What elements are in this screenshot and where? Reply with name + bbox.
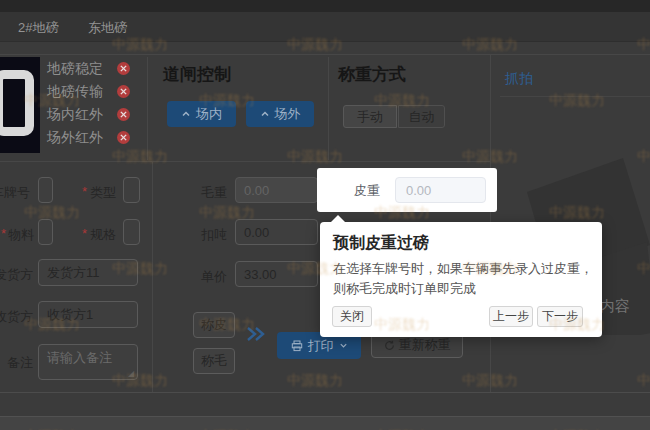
print-label: 打印 (308, 337, 334, 355)
chevron-up-icon (260, 109, 270, 119)
footer-strip (0, 416, 650, 430)
divider (152, 161, 153, 392)
error-circle-icon (117, 85, 130, 98)
plate-input[interactable] (38, 177, 53, 203)
gate-control-title: 道闸控制 (163, 63, 231, 86)
tour-description: 在选择车牌号时，如果车辆事先录入过皮重，则称毛完成时订单即完成 (333, 259, 593, 299)
error-circle-icon (117, 131, 130, 144)
status-label: 地磅稳定 (47, 60, 103, 76)
divider (328, 57, 329, 160)
spec-select[interactable] (123, 219, 140, 245)
printer-icon (291, 340, 303, 352)
error-circle-icon (117, 108, 130, 121)
required-mark: * (1, 226, 6, 241)
tare-input[interactable] (395, 177, 486, 203)
status-label: 场内红外 (47, 106, 103, 122)
type-select[interactable] (123, 177, 140, 203)
weigh-tare-button[interactable]: 称皮 (193, 312, 235, 338)
caret-down-icon (339, 341, 348, 350)
refresh-icon (384, 340, 395, 351)
textarea-resize-handle[interactable]: ◢ (128, 369, 134, 378)
status-row-stable: 地磅稳定 (47, 59, 103, 79)
tab-scale-east[interactable]: 东地磅 (88, 19, 127, 37)
tare-label: 皮重 (354, 182, 380, 200)
divider (147, 57, 148, 160)
status-row-infrared-in: 场内红外 (47, 105, 103, 125)
tour-highlight-tare-field: 皮重 (317, 168, 497, 212)
status-label: 场外红外 (47, 129, 103, 145)
gross-weight-label: 毛重 (201, 184, 227, 202)
divider (0, 54, 650, 55)
unit-price-label: 单价 (201, 268, 227, 286)
receiver-label: 收货方 (0, 308, 33, 326)
tour-popover: 预制皮重过磅 在选择车牌号时，如果车辆事先录入过皮重，则称毛完成时订单即完成 关… (320, 222, 602, 337)
app-window: 2#地磅 东地磅 地磅稳定 地磅传输 场内红外 场外红外 道闸控制 场内 (0, 0, 650, 430)
remark-label: 备注 (7, 354, 33, 372)
double-arrow-right-icon (245, 325, 267, 343)
sender-input[interactable] (38, 259, 138, 286)
tab-capture[interactable]: 抓拍 (505, 70, 533, 88)
watermark-text: 中源魏力 (549, 92, 605, 110)
gross-weight-input[interactable] (235, 177, 318, 203)
tour-prev-button[interactable]: 上一步 (489, 306, 533, 327)
tour-title: 预制皮重过磅 (333, 233, 429, 254)
gate-outside-label: 场外 (275, 105, 301, 123)
weight-led-display (0, 57, 40, 153)
capture-tab-underline (500, 96, 650, 97)
watermark-text: 中源魏力 (112, 148, 168, 166)
scale-tab-bar: 2#地磅 东地磅 (0, 12, 650, 42)
material-select[interactable] (38, 219, 53, 245)
status-row-infrared-out: 场外红外 (47, 128, 103, 148)
tour-close-button[interactable]: 关闭 (332, 306, 372, 327)
gate-inside-label: 场内 (196, 105, 222, 123)
tour-next-button[interactable]: 下一步 (537, 306, 583, 327)
divider (0, 392, 650, 393)
remark-textarea[interactable] (38, 344, 138, 380)
chevron-up-icon (181, 109, 191, 119)
tab-scale-2[interactable]: 2#地磅 (18, 19, 58, 37)
type-label: 类型 (90, 184, 116, 202)
reweigh-label: 重新称重 (399, 336, 451, 354)
watermark-text: 中源魏力 (287, 372, 343, 390)
weigh-mode-title: 称重方式 (338, 63, 406, 86)
deduct-label: 扣吨 (201, 226, 227, 244)
required-mark: * (82, 226, 87, 241)
watermark-text: 中源魏力 (24, 204, 80, 222)
gate-outside-button[interactable]: 场外 (246, 101, 314, 127)
status-label: 地磅传输 (47, 83, 103, 99)
spec-label: 规格 (90, 226, 116, 244)
deduct-input[interactable] (235, 219, 318, 245)
divider (0, 161, 490, 162)
material-label: 物料 (8, 226, 34, 244)
gate-inside-button[interactable]: 场内 (167, 101, 236, 127)
unit-price-input[interactable] (235, 261, 318, 287)
mode-manual-button[interactable]: 手动 (343, 105, 397, 128)
popover-arrow-icon (330, 215, 346, 223)
plate-label: 车牌号 (0, 184, 30, 202)
led-digit-zero (0, 70, 34, 136)
sender-label: 发货方 (0, 266, 33, 284)
error-circle-icon (117, 62, 130, 75)
window-top-strip (0, 0, 650, 12)
mode-auto-button[interactable]: 自动 (398, 105, 445, 128)
receiver-input[interactable] (38, 301, 138, 328)
required-mark: * (82, 184, 87, 199)
weigh-gross-button[interactable]: 称毛 (193, 348, 235, 374)
watermark-text: 中源魏力 (637, 372, 650, 390)
watermark-text: 中源魏力 (287, 148, 343, 166)
status-row-transfer: 地磅传输 (47, 82, 103, 102)
